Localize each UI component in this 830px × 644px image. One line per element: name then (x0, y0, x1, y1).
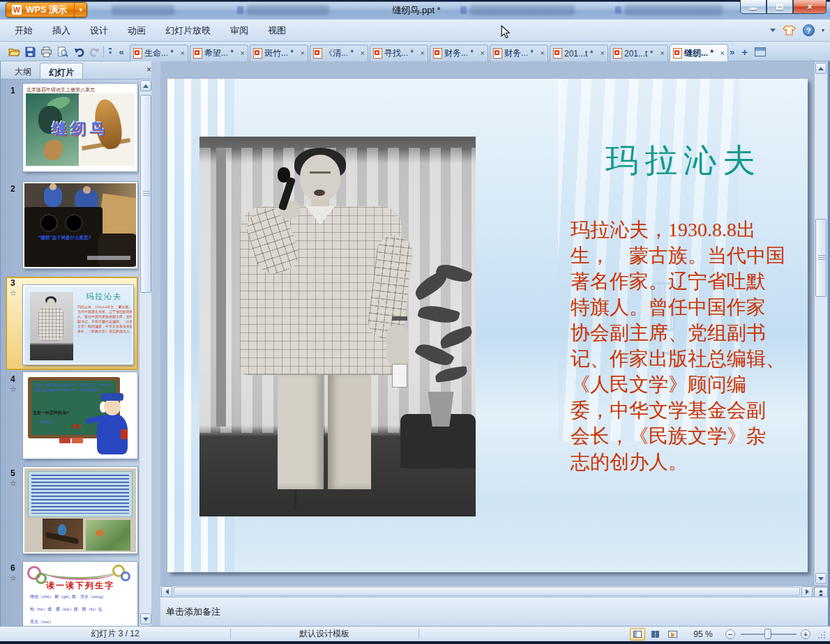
help-icon[interactable]: ? (803, 24, 815, 36)
menu-home[interactable]: 开始 (6, 20, 42, 41)
man-mouth-shape (314, 190, 325, 196)
tab-list-icon[interactable] (755, 47, 766, 56)
document-tab-bar: 生命... * × 希望... * × 斑竹... * × 《清... * × … (130, 44, 730, 61)
panel-scrollbar[interactable] (139, 79, 151, 626)
leaf-shape (438, 325, 474, 349)
normal-view-button[interactable] (630, 628, 645, 641)
print-preview-button[interactable] (55, 45, 69, 59)
slide-thumbnail-5[interactable] (23, 467, 137, 553)
slide-body-text[interactable]: 玛拉沁夫，1930.8.8出 生， 蒙古族。当代中国 著名作家。辽宁省吐默 特旗… (571, 217, 808, 475)
zoom-out-button[interactable]: − (725, 629, 735, 639)
mouse-cursor (501, 25, 511, 43)
arrow-down-icon (818, 577, 824, 581)
maximize-button[interactable] (767, 0, 793, 14)
new-document-tab-button[interactable]: + (741, 46, 748, 58)
scroll-left-button[interactable] (161, 586, 172, 597)
slide-thumbnail-2[interactable]: “缝纫”这个词是什么意思? (23, 182, 137, 268)
tab-close-icon[interactable]: × (421, 49, 425, 57)
zoom-slider-thumb[interactable] (764, 629, 771, 639)
document-tab[interactable]: 201...t * × (550, 45, 608, 61)
scroll-tabs-left-button[interactable]: « (116, 45, 127, 59)
tab-close-icon[interactable]: × (481, 49, 485, 57)
open-button[interactable] (7, 45, 21, 59)
notes-pane[interactable]: 单击添加备注 (160, 597, 828, 626)
minimize-button[interactable] (740, 0, 767, 14)
panel-close-icon[interactable]: × (146, 65, 151, 75)
bird-shape (96, 530, 104, 537)
tab-outline[interactable]: 大纲 (6, 63, 40, 79)
menu-animation[interactable]: 动画 (119, 20, 155, 41)
tab-close-icon[interactable]: × (661, 49, 665, 57)
vertical-scrollbar[interactable] (814, 61, 828, 585)
save-button[interactable] (23, 45, 37, 59)
slide-thumbnail-6[interactable]: 读一读下列生字 绺绕（xhǔ） 树（gē）杈 京丛（cóng） 枸（hú）成 摞… (23, 562, 137, 626)
scrollbar-thumb[interactable] (815, 219, 827, 297)
tab-close-icon[interactable]: × (181, 49, 185, 57)
slide-sorter-view-button[interactable] (647, 628, 663, 641)
wps-menu-button[interactable]: W WPS 演示 ▾ (6, 2, 87, 17)
teacher-head-shape (104, 399, 121, 415)
resize-grip[interactable] (817, 631, 826, 639)
slide-thumbnail-4[interactable]: 借助于作家玛拉沁夫的介绍，我们认识了一种生活在遥远的内蒙古草原的小鸟，它就是缝纫… (23, 372, 137, 459)
document-tab[interactable]: 《清... * × (310, 45, 368, 61)
tab-close-icon[interactable]: × (541, 49, 545, 57)
tab-close-icon[interactable]: × (720, 49, 725, 57)
background-window-tab[interactable] (470, 5, 575, 15)
wps-menu-dropdown-icon[interactable]: ▾ (74, 3, 86, 17)
document-tab[interactable]: 财务... * × (490, 45, 548, 61)
slideshow-view-button[interactable] (665, 628, 680, 641)
document-tab[interactable]: 寻找... * × (370, 45, 428, 61)
tab-slides[interactable]: 幻灯片 (40, 63, 83, 79)
normal-view-icon (633, 631, 642, 638)
menu-review[interactable]: 审阅 (221, 20, 257, 41)
zoom-in-button[interactable]: + (801, 629, 810, 639)
panel-splitter[interactable] (151, 61, 160, 626)
worker-head-shape (50, 183, 56, 190)
scroll-right-button[interactable] (801, 586, 813, 597)
background-window-tab[interactable] (112, 5, 174, 15)
background-window-tab[interactable] (247, 5, 329, 15)
slide-canvas[interactable]: 玛拉沁夫 玛拉沁夫，1930.8.8出 生， 蒙古族。当代中国 著名作家。辽宁省… (167, 79, 808, 572)
speaker-photo[interactable] (199, 137, 476, 516)
collapse-ribbon-icon[interactable] (770, 29, 776, 32)
redo-button[interactable] (87, 45, 101, 59)
slide-number: 5 (10, 468, 15, 478)
document-tab[interactable]: 斑竹... * × (250, 45, 308, 61)
menu-insert[interactable]: 插入 (43, 20, 80, 41)
print-button[interactable] (39, 45, 53, 59)
scroll-up-button[interactable] (815, 63, 827, 74)
horizontal-scrollbar[interactable] (160, 585, 813, 597)
slide-thumbnail-3[interactable]: 玛拉沁夫 玛拉沁夫，1930.8.8出生， 蒙古族。当代中国著名作家。辽宁省吐默… (23, 285, 133, 365)
background-window-tab[interactable] (625, 5, 723, 15)
tab-close-icon[interactable]: × (301, 49, 305, 57)
toolbar-options-button[interactable]: ▾ (105, 45, 115, 59)
document-tab[interactable]: 201...t * × (610, 45, 668, 61)
undo-button[interactable] (72, 45, 86, 59)
document-tab[interactable]: 希望... * × (190, 45, 248, 61)
document-tab-active[interactable]: 缝纫... * × (670, 44, 728, 61)
scroll-tabs-right-button[interactable]: » (730, 47, 734, 57)
scroll-up-button[interactable] (140, 80, 151, 91)
menu-slideshow[interactable]: 幻灯片放映 (156, 20, 220, 41)
tab-close-icon[interactable]: × (361, 49, 365, 57)
scrollbar-thumb[interactable] (174, 587, 800, 596)
panel-scrollbar-thumb[interactable] (140, 95, 151, 293)
document-tab-label: 斑竹... * (264, 47, 299, 59)
tab-close-icon[interactable]: × (241, 49, 245, 57)
slide-title[interactable]: 玛拉沁夫 (558, 139, 808, 183)
chevron-left-icon: « (119, 47, 123, 57)
menu-design[interactable]: 设计 (81, 20, 117, 41)
thumbnail-title-text: 读一读下列生字 (24, 580, 136, 592)
arrow-up-icon (818, 67, 824, 70)
menu-view[interactable]: 视图 (259, 20, 295, 41)
scroll-down-button[interactable] (140, 613, 151, 624)
document-tab[interactable]: 财务... * × (430, 45, 488, 61)
scroll-down-button[interactable] (815, 573, 827, 584)
slide-thumbnail-1[interactable]: 北京版四年级语文上册第八单元 缝纫鸟 (23, 84, 137, 171)
help-dropdown-icon[interactable]: ▾ (822, 27, 824, 33)
tab-close-icon[interactable]: × (601, 49, 605, 57)
mini-speaker-photo (30, 292, 73, 360)
skin-theme-icon[interactable] (783, 25, 796, 36)
document-tab[interactable]: 生命... * × (130, 45, 188, 61)
close-button[interactable]: × (793, 0, 827, 14)
